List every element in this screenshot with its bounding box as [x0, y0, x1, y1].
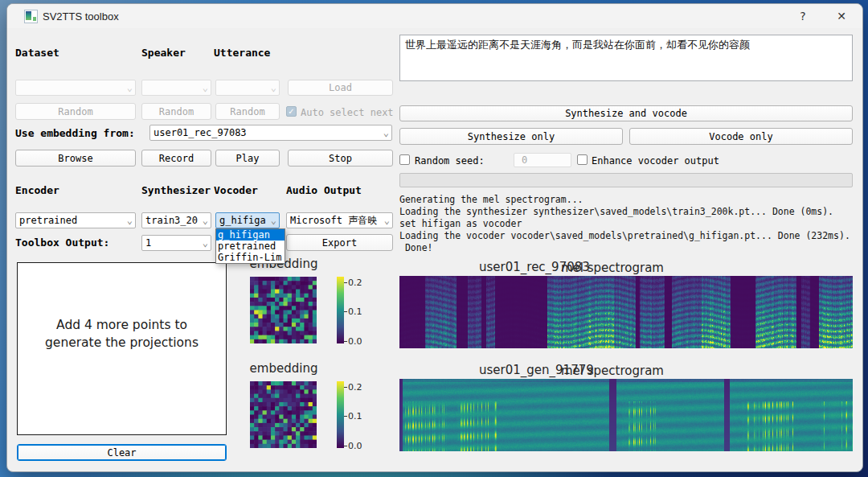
window-title: SV2TTS toolbox — [43, 10, 119, 23]
audio-output-label: Audio Output — [286, 184, 362, 196]
chevron-down-icon: ⌄ — [127, 84, 133, 92]
use-embedding-label: Use embedding from: — [15, 127, 135, 139]
colorbar-tick-label: 0.0 — [348, 336, 362, 347]
app-window: SV2TTS toolbox ? ✕ Dataset Speaker Utter… — [6, 3, 863, 472]
audio-output-select[interactable]: Microsoft 声音映 ⌄ — [286, 212, 393, 228]
speaker-select[interactable]: ⌄ — [141, 80, 211, 96]
synthesize-and-vocode-button[interactable]: Synthesize and vocode — [399, 105, 853, 121]
colorbar-tick-label: 0.0 — [348, 441, 362, 451]
help-button[interactable]: ? — [793, 7, 813, 25]
play-button[interactable]: Play — [215, 150, 280, 167]
auto-select-checkbox[interactable]: ✓ — [286, 106, 297, 117]
toolbox-output-label: Toolbox Output: — [15, 236, 109, 249]
mel-spectrogram-image — [399, 276, 853, 348]
seed-input[interactable]: 0 — [514, 153, 571, 167]
log-output: Generating the mel spectrogram... Loadin… — [399, 194, 862, 254]
utterance-select[interactable]: ⌄ — [215, 80, 280, 96]
app-icon — [24, 10, 38, 23]
text-prompt-input[interactable]: 世界上最遥远的距离不是天涯海角，而是我站在你面前，却看不见你的容颜 — [399, 35, 853, 81]
vocoder-option[interactable]: pretrained — [216, 241, 285, 252]
close-button[interactable]: ✕ — [832, 7, 851, 25]
spectrogram-figure-1: user01_rec_97083 mel spectrogram — [399, 255, 853, 350]
colorbar — [337, 381, 344, 448]
browse-button[interactable]: Browse — [15, 150, 136, 167]
mel-spectrogram-image — [399, 379, 853, 451]
vocode-only-button[interactable]: Vocode only — [629, 128, 853, 145]
embedding-figure-1: embedding 0.2 0.1 0.0 — [245, 257, 382, 355]
clear-button[interactable]: Clear — [17, 444, 227, 461]
colorbar-tick-label: 0.1 — [348, 306, 362, 317]
chevron-down-icon: ⌄ — [203, 239, 208, 247]
embedding-heatmap — [250, 277, 317, 343]
mel-spectrogram-title: mel spectrogram — [561, 261, 664, 275]
embedding-source-select[interactable]: user01_rec_97083 ⌄ — [149, 125, 392, 141]
embedding-title: embedding — [245, 361, 322, 376]
embedding-figure-2: embedding 0.2 0.1 0.0 — [245, 361, 382, 459]
speaker-label: Speaker — [141, 47, 186, 59]
stop-button[interactable]: Stop — [288, 150, 393, 167]
vocoder-select[interactable]: g_hifiga ⌄ — [215, 212, 280, 228]
synthesizer-select[interactable]: train3_20 ⌄ — [141, 212, 211, 228]
random-utterance-button[interactable]: Random — [215, 103, 280, 120]
vocoder-option[interactable]: Griffin-Lim — [216, 252, 285, 263]
vocoder-option[interactable]: g_hifigan — [216, 229, 285, 241]
vocoder-dropdown-list: g_hifigan pretrained Griffin-Lim — [215, 228, 285, 264]
embedding-heatmap — [250, 381, 317, 448]
title-bar: SV2TTS toolbox ? ✕ — [7, 4, 862, 28]
auto-select-label: Auto select next — [301, 107, 394, 118]
synthesizer-label: Synthesizer — [141, 184, 211, 196]
spectrogram-figure-2: user01_gen_91779 mel spectrogram — [399, 358, 853, 453]
encoder-select[interactable]: pretrained ⌄ — [15, 212, 136, 228]
chevron-down-icon: ⌄ — [203, 84, 208, 92]
utterance-label: Utterance — [214, 47, 270, 59]
colorbar-tick-label: 0.2 — [348, 278, 362, 288]
dataset-label: Dataset — [15, 47, 59, 59]
synthesize-only-button[interactable]: Synthesize only — [399, 128, 623, 145]
chevron-down-icon: ⌄ — [383, 129, 389, 137]
load-button[interactable]: Load — [288, 80, 393, 96]
record-button[interactable]: Record — [141, 150, 211, 167]
encoder-label: Encoder — [15, 184, 59, 196]
progress-bar — [399, 173, 853, 187]
enhance-vocoder-checkbox[interactable] — [577, 154, 588, 165]
random-dataset-button[interactable]: Random — [15, 103, 136, 120]
export-button[interactable]: Export — [286, 234, 393, 251]
projection-message: Add 4 more points to generate the projec… — [45, 317, 199, 352]
mel-spectrogram-title: mel spectrogram — [561, 364, 664, 378]
projection-plot: Add 4 more points to generate the projec… — [17, 262, 227, 435]
random-seed-checkbox[interactable] — [399, 154, 410, 165]
vocoder-label: Vocoder — [214, 184, 258, 196]
chevron-down-icon: ⌄ — [127, 216, 133, 224]
random-seed-label: Random seed: — [415, 155, 485, 167]
chevron-down-icon: ⌄ — [203, 216, 208, 224]
colorbar-tick-label: 0.2 — [348, 382, 362, 393]
chevron-down-icon: ⌄ — [384, 216, 390, 224]
random-speaker-button[interactable]: Random — [141, 103, 211, 120]
dataset-select[interactable]: ⌄ — [15, 80, 136, 96]
enhance-vocoder-label: Enhance vocoder output — [592, 155, 719, 167]
chevron-down-icon: ⌄ — [271, 84, 276, 92]
colorbar — [337, 277, 344, 343]
toolbox-output-select[interactable]: 1 ⌄ — [141, 235, 211, 251]
colorbar-tick-label: 0.1 — [348, 411, 362, 421]
chevron-down-icon: ⌄ — [271, 216, 276, 224]
